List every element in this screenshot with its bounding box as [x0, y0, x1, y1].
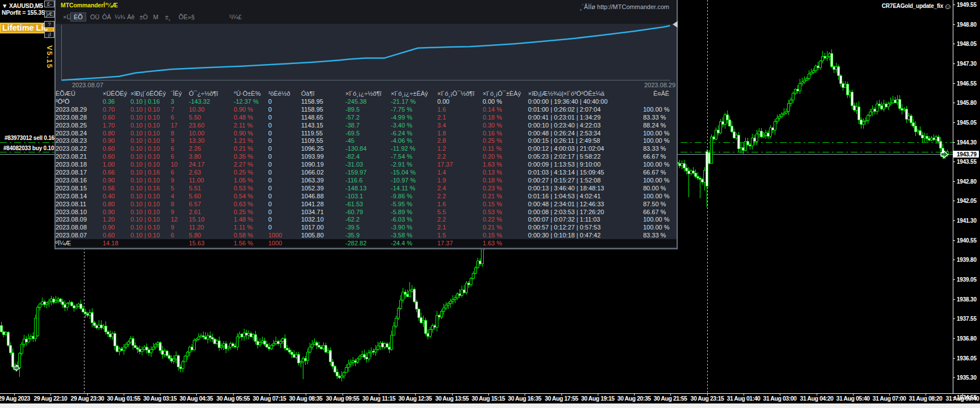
svg-text:30 Aug 08:35: 30 Aug 08:35 — [289, 395, 323, 402]
svg-text:30 Aug 03:15: 30 Aug 03:15 — [143, 395, 178, 402]
svg-text:1943.55: 1943.55 — [957, 159, 977, 165]
svg-text:1945.05: 1945.05 — [957, 120, 977, 126]
svg-text:30 Aug 21:55: 30 Aug 21:55 — [654, 395, 688, 402]
svg-text:1942.05: 1942.05 — [957, 198, 977, 204]
svg-text:☺: ☺ — [944, 2, 952, 11]
svg-text:29 Aug 2023: 29 Aug 2023 — [0, 395, 31, 402]
svg-text:30 Aug 04:35: 30 Aug 04:35 — [180, 395, 214, 402]
svg-text:1937.55: 1937.55 — [957, 316, 977, 322]
svg-text:1945.80: 1945.80 — [957, 100, 977, 106]
svg-text:1946.55: 1946.55 — [957, 80, 977, 87]
svg-text:31 Aug 09:40: 31 Aug 09:40 — [946, 395, 980, 402]
svg-text:31 Aug 08:20: 31 Aug 08:20 — [909, 395, 943, 402]
svg-text:30 Aug 20:35: 30 Aug 20:35 — [618, 395, 652, 402]
svg-text:30 Aug 23:15: 30 Aug 23:15 — [691, 395, 725, 402]
svg-text:1936.80: 1936.80 — [957, 335, 977, 342]
svg-text:30 Aug 07:15: 30 Aug 07:15 — [253, 395, 287, 402]
svg-text:1939.80: 1939.80 — [957, 257, 977, 263]
svg-text:30 Aug 19:15: 30 Aug 19:15 — [581, 395, 615, 402]
svg-text:1948.80: 1948.80 — [957, 22, 977, 28]
svg-text:1942.80: 1942.80 — [957, 178, 977, 185]
svg-text:1938.30: 1938.30 — [957, 296, 977, 303]
svg-text:1939.05: 1939.05 — [957, 277, 977, 283]
svg-text:CR7EAGold_update_fix: CR7EAGold_update_fix — [882, 3, 944, 9]
svg-text:31 Aug 03:00: 31 Aug 03:00 — [763, 395, 797, 402]
svg-text:1949.55: 1949.55 — [957, 2, 977, 8]
svg-text:31 Aug 05:40: 31 Aug 05:40 — [837, 395, 871, 402]
svg-text:30 Aug 15:15: 30 Aug 15:15 — [472, 395, 506, 402]
svg-text:1948.05: 1948.05 — [957, 41, 977, 47]
svg-text:30 Aug 09:55: 30 Aug 09:55 — [326, 395, 360, 402]
svg-text:1944.30: 1944.30 — [957, 139, 977, 146]
svg-text:31 Aug 01:40: 31 Aug 01:40 — [727, 395, 761, 402]
svg-text:1936.05: 1936.05 — [957, 355, 977, 362]
svg-text:30 Aug 05:55: 30 Aug 05:55 — [217, 395, 251, 402]
svg-text:1947.30: 1947.30 — [957, 61, 977, 67]
svg-text:29 Aug 22:10: 29 Aug 22:10 — [34, 395, 68, 402]
svg-text:30 Aug 01:55: 30 Aug 01:55 — [107, 395, 141, 402]
svg-text:30 Aug 17:55: 30 Aug 17:55 — [545, 395, 579, 402]
svg-text:1943.79: 1943.79 — [957, 151, 977, 158]
svg-text:29 Aug 23:30: 29 Aug 23:30 — [71, 395, 105, 402]
svg-text:1940.55: 1940.55 — [957, 237, 977, 244]
svg-text:30 Aug 12:35: 30 Aug 12:35 — [399, 395, 433, 402]
svg-text:30 Aug 16:35: 30 Aug 16:35 — [508, 395, 542, 402]
svg-text:30 Aug 13:55: 30 Aug 13:55 — [436, 395, 470, 402]
svg-text:31 Aug 04:20: 31 Aug 04:20 — [800, 395, 834, 402]
svg-text:1935.30: 1935.30 — [957, 375, 977, 381]
svg-text:30 Aug 11:15: 30 Aug 11:15 — [362, 395, 396, 402]
svg-text:1941.30: 1941.30 — [957, 218, 977, 224]
svg-text:31 Aug 07:00: 31 Aug 07:00 — [873, 395, 907, 402]
